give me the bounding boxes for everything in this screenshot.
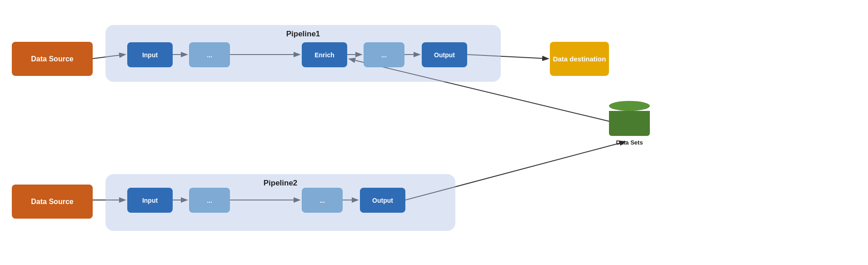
p2-dots1-node[interactable]: ... xyxy=(189,188,230,213)
datasets-node[interactable]: Data Sets xyxy=(609,101,650,136)
p1-input-node[interactable]: Input xyxy=(127,42,173,67)
p2-input-node[interactable]: Input xyxy=(127,188,173,213)
pipeline1-label: Pipeline1 xyxy=(286,30,320,39)
p2-dots2-node[interactable]: ... xyxy=(302,188,343,213)
p1-dots1-node[interactable]: ... xyxy=(189,42,230,67)
p1-dots2-node[interactable]: ... xyxy=(364,42,404,67)
p1-output-node[interactable]: Output xyxy=(422,42,467,67)
datasets-label: Data Sets xyxy=(609,139,650,146)
datasource1-node[interactable]: Data Source xyxy=(12,42,93,76)
cylinder-top xyxy=(609,101,650,111)
datasource2-node[interactable]: Data Source xyxy=(12,185,93,219)
diagram-container: Pipeline1 Pipeline2 Data Source Input ..… xyxy=(0,0,868,265)
cylinder-body xyxy=(609,111,650,136)
p1-enrich-node[interactable]: Enrich xyxy=(302,42,347,67)
pipeline2-label: Pipeline2 xyxy=(264,179,298,188)
p2-output-node[interactable]: Output xyxy=(360,188,405,213)
destination-node[interactable]: Data destination xyxy=(550,42,609,76)
